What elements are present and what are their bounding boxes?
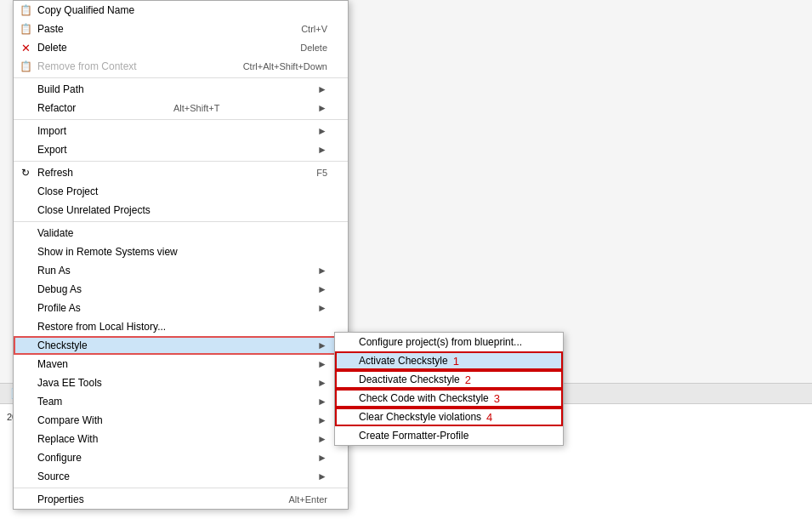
arrow-icon-profile-as: ► [300,302,327,314]
paste-icon: 📋 [17,20,34,37]
annotation-4: 4 [486,411,492,424]
menu-item-maven[interactable]: Maven ► [14,355,348,374]
arrow-icon-export: ► [300,144,327,156]
separator-1 [14,77,348,78]
menu-item-delete[interactable]: ✕ Delete Delete [14,38,348,57]
arrow-icon-javaee: ► [300,377,327,389]
arrow-icon-replace: ► [300,433,327,445]
menu-item-refactor[interactable]: Refactor Alt+Shift+T ► [14,99,348,117]
menu-item-restore-history[interactable]: Restore from Local History... [14,317,348,336]
arrow-icon: ► [300,83,327,95]
menu-item-paste[interactable]: 📋 Paste Ctrl+V [14,20,348,38]
checkstyle-submenu: Configure project(s) from blueprint... A… [334,332,564,446]
annotation-1: 1 [453,355,459,368]
arrow-icon-maven: ► [300,358,327,370]
copy-icon: 📋 [17,2,34,19]
menu-item-build-path[interactable]: Build Path ► [14,80,348,99]
arrow-icon-refactor: ► [300,102,327,114]
menu-item-create-formatter[interactable]: Create Formatter-Profile [335,426,563,445]
menu-item-refresh[interactable]: ↻ Refresh F5 [14,163,348,182]
menu-item-activate-checkstyle[interactable]: Activate Checkstyle 1 [335,351,563,370]
menu-item-team[interactable]: Team ► [14,392,348,411]
menu-item-show-remote[interactable]: Show in Remote Systems view [14,242,348,261]
delete-icon: ✕ [17,39,34,56]
annotation-3: 3 [494,392,500,405]
menu-item-remove-context[interactable]: 📋 Remove from Context Ctrl+Alt+Shift+Dow… [14,57,348,76]
menu-item-configure-blueprint[interactable]: Configure project(s) from blueprint... [335,333,563,351]
menu-item-clear-violations[interactable]: Clear Checkstyle violations 4 [335,408,563,426]
menu-item-close-project[interactable]: Close Project [14,182,348,201]
arrow-icon-team: ► [300,396,327,408]
menu-item-close-unrelated[interactable]: Close Unrelated Projects [14,201,348,220]
menu-item-configure[interactable]: Configure ► [14,448,348,467]
arrow-icon-run-as: ► [300,265,327,277]
menu-item-copy-qualified[interactable]: 📋 Copy Qualified Name [14,1,348,20]
menu-item-compare-with[interactable]: Compare With ► [14,411,348,430]
menu-item-javaee-tools[interactable]: Java EE Tools ► [14,374,348,392]
menu-item-debug-as[interactable]: Debug As ► [14,280,348,299]
separator-3 [14,161,348,162]
remove-icon: 📋 [17,58,34,75]
menu-item-run-as[interactable]: Run As ► [14,261,348,280]
arrow-icon-debug-as: ► [300,283,327,295]
arrow-icon-checkstyle: ► [300,339,327,351]
context-menu: 📋 Copy Qualified Name 📋 Paste Ctrl+V ✕ D… [13,0,349,510]
separator-2 [14,119,348,120]
menu-item-replace-with[interactable]: Replace With ► [14,430,348,448]
separator-4 [14,221,348,222]
menu-item-checkstyle[interactable]: Checkstyle ► [14,336,348,355]
arrow-icon-import: ► [300,125,327,137]
menu-item-properties[interactable]: Properties Alt+Enter [14,490,348,509]
arrow-icon-source: ► [300,471,327,482]
menu-item-source[interactable]: Source ► [14,467,348,486]
arrow-icon-compare: ► [300,414,327,426]
menu-item-deactivate-checkstyle[interactable]: Deactivate Checkstyle 2 [335,370,563,389]
annotation-2: 2 [465,374,471,386]
refresh-icon: ↻ [17,164,34,181]
menu-item-validate[interactable]: Validate [14,224,348,242]
menu-item-check-code[interactable]: Check Code with Checkstyle 3 [335,389,563,408]
arrow-icon-configure: ► [300,452,327,464]
menu-item-profile-as[interactable]: Profile As ► [14,299,348,317]
separator-5 [14,488,348,488]
menu-item-export[interactable]: Export ► [14,140,348,159]
menu-item-import[interactable]: Import ► [14,122,348,140]
